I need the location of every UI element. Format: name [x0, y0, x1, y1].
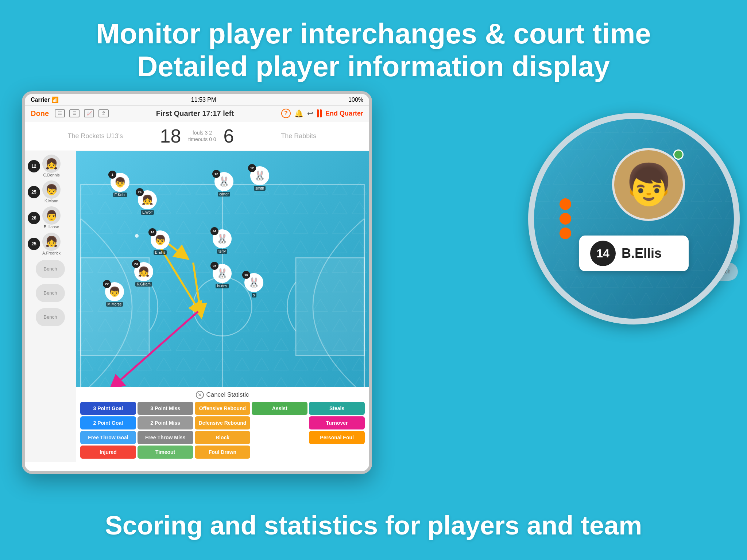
- player-number: 12: [212, 170, 220, 178]
- player-number: 24: [136, 188, 144, 196]
- player-number: 12: [28, 160, 40, 172]
- time-display: 11:53 PM: [191, 97, 216, 103]
- player-name: A.Fredrick: [42, 251, 61, 256]
- court-player[interactable]: 🐰 12 carter: [214, 172, 233, 197]
- player-name: s: [252, 293, 256, 298]
- player-number: 44: [210, 227, 218, 235]
- stat-2-point-goal[interactable]: 2 Point Goal: [80, 416, 136, 429]
- player-name: B.Hanse: [44, 225, 59, 229]
- clock-icon[interactable]: ⏱: [98, 109, 109, 117]
- player-name-card: 14 B.Ellis: [579, 236, 689, 271]
- player-name: C.Dennis: [43, 173, 59, 178]
- player-number: 12: [248, 164, 256, 172]
- grid-icon[interactable]: ☷: [55, 109, 65, 117]
- stat-free-throw-miss[interactable]: Free Throw Miss: [138, 431, 193, 444]
- player-name: K.Gillam: [135, 282, 152, 287]
- top-heading: Monitor player interchanges & court time…: [0, 0, 747, 94]
- court-player[interactable]: 👦 22 M.Morse: [105, 282, 124, 307]
- court-player[interactable]: 👦 1 E.Kohr: [111, 173, 129, 197]
- player-number: 1: [108, 171, 116, 179]
- timeouts-left: 0: [209, 136, 212, 142]
- bench-slot: Bench: [36, 308, 65, 326]
- avatar: 👦: [42, 180, 61, 199]
- dot-2: [560, 213, 571, 225]
- player-number: 14: [148, 228, 156, 236]
- cancel-statistic-label[interactable]: Cancel Statistic: [206, 391, 249, 398]
- fouls-label: fouls: [193, 130, 204, 136]
- team-right-name: The Rabbits: [234, 132, 363, 140]
- player-stat-dots: [560, 198, 571, 239]
- list-item[interactable]: 28 👨 B.Hanse: [28, 206, 73, 229]
- bell-icon[interactable]: 🔔: [294, 109, 303, 118]
- stat-2-point-miss[interactable]: 2 Point Miss: [138, 416, 193, 429]
- avatar: 👦: [612, 148, 685, 221]
- player-avatar-large: 👦: [612, 148, 685, 221]
- court-player[interactable]: 🐰 12 smith: [250, 166, 269, 191]
- player-name: terry: [217, 249, 227, 254]
- top-heading-line2: Detailed player information display: [137, 50, 610, 82]
- stats-grid: 3 Point Goal 3 Point Miss Offensive Rebo…: [80, 402, 365, 459]
- player-name: M.Morse: [106, 302, 123, 307]
- list-item[interactable]: 12 👧 C.Dennis: [28, 155, 73, 178]
- stat-3-point-goal[interactable]: 3 Point Goal: [80, 402, 136, 415]
- player-info-popup: 👦 14 B.Ellis: [528, 113, 740, 324]
- cancel-statistic-bar: ✕ Cancel Statistic: [80, 391, 365, 399]
- stat-timeout[interactable]: Timeout: [138, 446, 193, 459]
- status-bar: Carrier 📶 11:53 PM 100%: [25, 94, 369, 106]
- player-number: 25: [28, 186, 40, 198]
- wifi-icon: 📶: [51, 97, 59, 103]
- help-button[interactable]: ?: [281, 109, 291, 118]
- end-quarter-button[interactable]: End Quarter: [325, 110, 363, 117]
- stat-assist[interactable]: Assist: [252, 402, 307, 415]
- bench-slot: Bench: [36, 284, 65, 302]
- player-number: 25: [28, 238, 40, 250]
- stat-offensive-rebound[interactable]: Offensive Rebound: [195, 402, 251, 415]
- stat-empty-4: [309, 446, 365, 459]
- court-player[interactable]: 🐰 16 s: [244, 273, 263, 298]
- battery-display: 100%: [348, 97, 363, 103]
- stat-steals[interactable]: Steals: [309, 402, 365, 415]
- stat-block[interactable]: Block: [195, 431, 251, 444]
- cancel-icon[interactable]: ✕: [196, 391, 204, 399]
- player-number: 28: [28, 212, 40, 224]
- stat-free-throw-goal[interactable]: Free Throw Goal: [80, 431, 136, 444]
- player-number: 98: [210, 262, 218, 270]
- avatar: 👧: [42, 233, 61, 251]
- pause-button[interactable]: [317, 109, 322, 117]
- main-content: 12 👧 C.Dennis 25 👦 K.Mann: [25, 151, 369, 462]
- stat-defensive-rebound[interactable]: Defensive Rebound: [195, 416, 251, 429]
- score-bar: The Rockets U13's 18 fouls 3 2 timeouts …: [25, 121, 369, 151]
- court-player[interactable]: 👦 14 B.Ellis: [151, 230, 170, 255]
- top-heading-line1: Monitor player interchanges & court time: [96, 18, 651, 50]
- stat-personal-foul[interactable]: Personal Foul: [309, 431, 365, 444]
- undo-icon[interactable]: ↩: [307, 109, 313, 118]
- player-name: B.Ellis: [154, 250, 167, 255]
- list-icon[interactable]: ☰: [69, 109, 80, 117]
- nav-bar: Done ☷ ☰ 📈 ⏱ First Quarter 17:17 left ? …: [25, 106, 369, 121]
- stat-turnover[interactable]: Turnover: [309, 416, 365, 429]
- status-indicator: [673, 149, 684, 160]
- player-name: L.Wolf: [141, 210, 154, 215]
- player-full-name: B.Ellis: [622, 246, 662, 261]
- score-main: 18 fouls 3 2 timeouts 0 0 6: [160, 125, 234, 147]
- court-player[interactable]: 🐰 98 bunny: [213, 264, 232, 288]
- court-marker: [135, 234, 139, 238]
- stat-injured[interactable]: Injured: [80, 446, 136, 459]
- court-player[interactable]: 🐰 44 terry: [213, 229, 232, 254]
- done-button[interactable]: Done: [31, 109, 49, 118]
- quarter-display: First Quarter 17:17 left: [115, 109, 275, 118]
- stats-panel: ✕ Cancel Statistic 3 Point Goal 3 Point …: [76, 387, 369, 462]
- court-player[interactable]: 👧 23 K.Gillam: [134, 262, 153, 287]
- court-player[interactable]: 👧 24 L.Wolf: [138, 190, 157, 215]
- stat-empty-3: [252, 446, 307, 459]
- chart-icon[interactable]: 📈: [84, 109, 94, 117]
- dot-1: [560, 198, 571, 210]
- stat-foul-drawn[interactable]: Foul Drawn: [195, 446, 251, 459]
- list-item[interactable]: 25 👧 A.Fredrick: [28, 233, 73, 256]
- stat-empty-1: [252, 416, 307, 429]
- bottom-heading-text: Scoring and statistics for players and t…: [22, 510, 725, 540]
- stat-3-point-miss[interactable]: 3 Point Miss: [138, 402, 193, 415]
- player-name: K.Mann: [44, 199, 58, 203]
- player-name: bunny: [216, 284, 228, 288]
- list-item[interactable]: 25 👦 K.Mann: [28, 180, 73, 203]
